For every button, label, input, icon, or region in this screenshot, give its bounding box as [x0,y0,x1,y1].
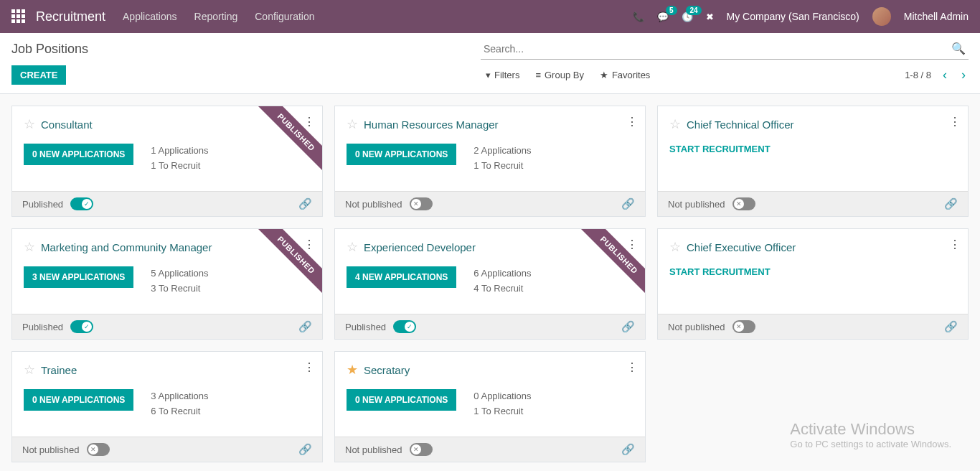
pager-text: 1-8 / 8 [905,70,931,80]
publish-toggle[interactable]: ✓ [70,197,93,210]
job-card[interactable]: ☆ Human Resources Manager ⋮ 0 NEW APPLIC… [334,106,646,217]
publish-toggle[interactable]: ✕ [732,197,755,210]
job-title[interactable]: Marketing and Community Manager [41,241,212,253]
user-avatar[interactable] [872,7,891,26]
activity-icon[interactable]: 🕓24 [682,11,693,22]
link-icon[interactable]: 🔗 [621,443,635,456]
new-applications-button[interactable]: 4 NEW APPLICATIONS [347,266,456,288]
card-footer: Not published ✕ 🔗 [658,191,968,216]
pager-next[interactable]: › [958,67,969,83]
applications-count: 6 Applications [473,266,531,281]
applications-count: 2 Applications [473,144,531,159]
link-icon[interactable]: 🔗 [621,197,635,210]
job-card[interactable]: ☆ Marketing and Community Manager ⋮ 3 NE… [11,228,323,340]
job-stats: 0 Applications 1 To Recruit [473,389,531,419]
list-icon: ≡ [535,70,541,80]
job-title[interactable]: Secratary [364,364,410,376]
applications-count: 5 Applications [151,266,208,281]
link-icon[interactable]: 🔗 [298,443,312,456]
start-recruitment-button[interactable]: START RECRUITMENT [669,266,956,277]
favorite-star[interactable]: ☆ [24,239,35,255]
job-title[interactable]: Trainee [41,364,77,376]
favorite-star[interactable]: ☆ [347,239,358,255]
company-selector[interactable]: My Company (San Francisco) [727,11,859,22]
messages-icon[interactable]: 💬5 [657,11,669,22]
brand-title[interactable]: Recruitment [36,9,105,24]
new-applications-button[interactable]: 0 NEW APPLICATIONS [24,389,133,411]
nav-configuration[interactable]: Configuration [255,11,314,22]
card-menu-icon[interactable]: ⋮ [949,238,961,251]
publish-status: Published [22,199,63,210]
publish-toggle[interactable]: ✓ [70,320,93,333]
job-card[interactable]: ☆ Chief Technical Officer ⋮START RECRUIT… [657,106,969,217]
start-recruitment-button[interactable]: START RECRUITMENT [669,144,956,154]
search-icon[interactable]: 🔍 [951,42,966,55]
link-icon[interactable]: 🔗 [621,320,635,333]
apps-menu-icon[interactable] [11,9,26,24]
card-menu-icon[interactable]: ⋮ [626,360,638,374]
card-footer: Not published ✕ 🔗 [658,314,968,339]
publish-status: Not published [22,444,80,455]
to-recruit-count: 1 To Recruit [151,159,208,174]
search-input[interactable] [481,39,969,60]
job-card[interactable]: ☆ Chief Executive Officer ⋮START RECRUIT… [657,228,969,340]
control-panel: Job Positions 🔍 CREATE ▾Filters ≡Group B… [0,33,980,94]
card-menu-icon[interactable]: ⋮ [626,238,638,251]
applications-count: 3 Applications [151,389,208,404]
pager-prev[interactable]: ‹ [940,67,950,83]
applications-count: 1 Applications [151,144,208,159]
job-card[interactable]: ☆ Trainee ⋮ 0 NEW APPLICATIONS 3 Applica… [11,351,323,462]
favorite-star[interactable]: ☆ [24,362,35,378]
job-card[interactable]: ☆ Experienced Developer ⋮ 4 NEW APPLICAT… [334,228,646,340]
favorite-star[interactable]: ☆ [669,116,681,132]
link-icon[interactable]: 🔗 [298,320,312,333]
job-title[interactable]: Human Resources Manager [364,118,499,131]
publish-status: Not published [345,444,402,455]
phone-icon[interactable]: 📞 [633,11,644,22]
link-icon[interactable]: 🔗 [944,197,958,210]
job-card[interactable]: ★ Secratary ⋮ 0 NEW APPLICATIONS 0 Appli… [334,351,646,462]
new-applications-button[interactable]: 0 NEW APPLICATIONS [347,144,456,165]
nav-reporting[interactable]: Reporting [194,11,238,22]
publish-toggle[interactable]: ✕ [87,443,110,456]
tools-icon[interactable]: ✖ [706,11,714,22]
link-icon[interactable]: 🔗 [298,197,312,210]
card-menu-icon[interactable]: ⋮ [303,360,315,374]
publish-toggle[interactable]: ✓ [393,320,416,333]
publish-toggle[interactable]: ✕ [410,443,433,456]
job-title[interactable]: Experienced Developer [364,241,476,253]
page-title: Job Positions [11,42,88,57]
filters-button[interactable]: ▾Filters [486,70,519,80]
nav-applications[interactable]: Applications [123,11,177,22]
card-menu-icon[interactable]: ⋮ [949,115,961,129]
favorite-star[interactable]: ★ [347,362,358,378]
windows-watermark: Activate Windows Go to PC settings to ac… [790,420,951,449]
new-applications-button[interactable]: 0 NEW APPLICATIONS [24,144,133,165]
groupby-button[interactable]: ≡Group By [535,70,584,80]
messages-badge: 5 [666,6,677,15]
favorite-star[interactable]: ☆ [347,116,358,132]
job-title[interactable]: Chief Technical Officer [687,118,794,131]
publish-status: Published [345,322,386,332]
new-applications-button[interactable]: 3 NEW APPLICATIONS [24,266,133,288]
job-card[interactable]: ☆ Consultant ⋮ 0 NEW APPLICATIONS 1 Appl… [11,106,323,217]
card-footer: Published ✓ 🔗 [335,314,645,339]
to-recruit-count: 3 To Recruit [151,281,208,297]
job-title[interactable]: Consultant [41,118,93,131]
card-menu-icon[interactable]: ⋮ [303,115,315,129]
card-menu-icon[interactable]: ⋮ [626,115,638,129]
job-title[interactable]: Chief Executive Officer [687,241,796,253]
publish-status: Published [22,322,63,332]
user-name[interactable]: Mitchell Admin [904,11,969,22]
favorite-star[interactable]: ☆ [669,239,681,255]
activity-badge: 24 [686,6,701,15]
card-menu-icon[interactable]: ⋮ [303,238,315,251]
link-icon[interactable]: 🔗 [944,320,958,333]
favorite-star[interactable]: ☆ [24,116,35,132]
publish-status: Not published [668,322,725,332]
publish-toggle[interactable]: ✕ [410,197,433,210]
publish-toggle[interactable]: ✕ [732,320,755,333]
favorites-button[interactable]: ★Favorites [600,70,650,80]
new-applications-button[interactable]: 0 NEW APPLICATIONS [347,389,456,411]
create-button[interactable]: CREATE [11,65,66,85]
